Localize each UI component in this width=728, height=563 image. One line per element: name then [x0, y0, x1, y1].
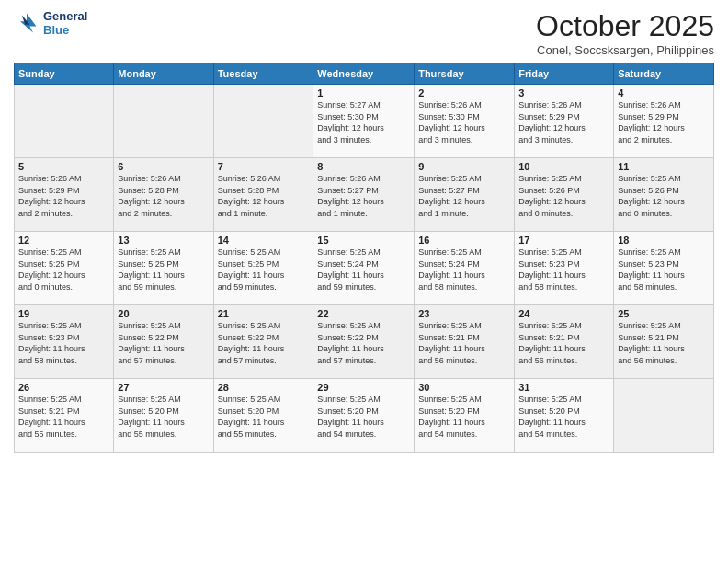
- day-number: 14: [218, 235, 310, 246]
- day-number: 6: [118, 161, 209, 172]
- table-cell: [213, 85, 313, 158]
- table-cell: 26Sunrise: 5:25 AM Sunset: 5:21 PM Dayli…: [15, 379, 114, 453]
- day-info: Sunrise: 5:26 AM Sunset: 5:28 PM Dayligh…: [218, 173, 310, 219]
- day-info: Sunrise: 5:25 AM Sunset: 5:26 PM Dayligh…: [618, 173, 710, 219]
- table-cell: 27Sunrise: 5:25 AM Sunset: 5:20 PM Dayli…: [114, 379, 213, 453]
- day-number: 9: [418, 161, 510, 172]
- day-info: Sunrise: 5:25 AM Sunset: 5:25 PM Dayligh…: [18, 247, 109, 293]
- location: Conel, Soccsksargen, Philippines: [536, 43, 714, 57]
- table-cell: 23Sunrise: 5:25 AM Sunset: 5:21 PM Dayli…: [415, 305, 515, 379]
- table-cell: 11Sunrise: 5:25 AM Sunset: 5:26 PM Dayli…: [614, 158, 714, 232]
- table-cell: 9Sunrise: 5:25 AM Sunset: 5:27 PM Daylig…: [415, 158, 515, 232]
- day-number: 16: [418, 235, 510, 246]
- table-cell: 7Sunrise: 5:26 AM Sunset: 5:28 PM Daylig…: [213, 158, 313, 232]
- table-cell: 24Sunrise: 5:25 AM Sunset: 5:21 PM Dayli…: [515, 305, 614, 379]
- day-number: 25: [618, 308, 710, 319]
- col-friday: Friday: [515, 63, 614, 85]
- header: General Blue October 2025 Conel, Soccsks…: [14, 9, 714, 57]
- table-cell: 20Sunrise: 5:25 AM Sunset: 5:22 PM Dayli…: [114, 305, 213, 379]
- day-number: 30: [418, 382, 510, 393]
- table-cell: 15Sunrise: 5:25 AM Sunset: 5:24 PM Dayli…: [313, 232, 415, 305]
- day-info: Sunrise: 5:26 AM Sunset: 5:30 PM Dayligh…: [418, 99, 510, 145]
- day-number: 23: [418, 308, 510, 319]
- month-title: October 2025: [536, 9, 714, 43]
- day-info: Sunrise: 5:25 AM Sunset: 5:21 PM Dayligh…: [418, 320, 510, 366]
- day-info: Sunrise: 5:25 AM Sunset: 5:22 PM Dayligh…: [218, 320, 310, 366]
- day-info: Sunrise: 5:25 AM Sunset: 5:23 PM Dayligh…: [18, 320, 109, 366]
- table-cell: 29Sunrise: 5:25 AM Sunset: 5:20 PM Dayli…: [313, 379, 415, 453]
- day-info: Sunrise: 5:26 AM Sunset: 5:29 PM Dayligh…: [18, 173, 109, 219]
- table-cell: 22Sunrise: 5:25 AM Sunset: 5:22 PM Dayli…: [313, 305, 415, 379]
- day-info: Sunrise: 5:25 AM Sunset: 5:20 PM Dayligh…: [218, 394, 310, 440]
- table-cell: 5Sunrise: 5:26 AM Sunset: 5:29 PM Daylig…: [15, 158, 114, 232]
- table-cell: 19Sunrise: 5:25 AM Sunset: 5:23 PM Dayli…: [15, 305, 114, 379]
- table-cell: 3Sunrise: 5:26 AM Sunset: 5:29 PM Daylig…: [515, 85, 614, 158]
- col-saturday: Saturday: [614, 63, 714, 85]
- day-info: Sunrise: 5:25 AM Sunset: 5:21 PM Dayligh…: [618, 320, 710, 366]
- table-cell: 6Sunrise: 5:26 AM Sunset: 5:28 PM Daylig…: [114, 158, 213, 232]
- table-cell: 28Sunrise: 5:25 AM Sunset: 5:20 PM Dayli…: [213, 379, 313, 453]
- table-cell: 17Sunrise: 5:25 AM Sunset: 5:23 PM Dayli…: [515, 232, 614, 305]
- col-thursday: Thursday: [415, 63, 515, 85]
- day-info: Sunrise: 5:25 AM Sunset: 5:20 PM Dayligh…: [317, 394, 410, 440]
- table-cell: 13Sunrise: 5:25 AM Sunset: 5:25 PM Dayli…: [114, 232, 213, 305]
- col-tuesday: Tuesday: [213, 63, 313, 85]
- table-cell: 16Sunrise: 5:25 AM Sunset: 5:24 PM Dayli…: [415, 232, 515, 305]
- table-cell: 25Sunrise: 5:25 AM Sunset: 5:21 PM Dayli…: [614, 305, 714, 379]
- day-info: Sunrise: 5:25 AM Sunset: 5:23 PM Dayligh…: [618, 247, 710, 293]
- title-block: October 2025 Conel, Soccsksargen, Philip…: [536, 9, 714, 57]
- day-number: 28: [218, 382, 310, 393]
- day-number: 1: [317, 87, 410, 98]
- day-number: 2: [418, 87, 510, 98]
- day-info: Sunrise: 5:25 AM Sunset: 5:24 PM Dayligh…: [317, 247, 410, 293]
- table-cell: 1Sunrise: 5:27 AM Sunset: 5:30 PM Daylig…: [313, 85, 415, 158]
- day-number: 5: [18, 161, 109, 172]
- day-number: 19: [18, 308, 109, 319]
- col-monday: Monday: [114, 63, 213, 85]
- day-number: 27: [118, 382, 209, 393]
- day-number: 8: [317, 161, 410, 172]
- day-info: Sunrise: 5:25 AM Sunset: 5:24 PM Dayligh…: [418, 247, 510, 293]
- day-number: 26: [18, 382, 109, 393]
- table-cell: 4Sunrise: 5:26 AM Sunset: 5:29 PM Daylig…: [614, 85, 714, 158]
- table-cell: 31Sunrise: 5:25 AM Sunset: 5:20 PM Dayli…: [515, 379, 614, 453]
- table-cell: 2Sunrise: 5:26 AM Sunset: 5:30 PM Daylig…: [415, 85, 515, 158]
- day-info: Sunrise: 5:25 AM Sunset: 5:27 PM Dayligh…: [418, 173, 510, 219]
- week-row-5: 26Sunrise: 5:25 AM Sunset: 5:21 PM Dayli…: [15, 379, 714, 453]
- col-sunday: Sunday: [15, 63, 114, 85]
- day-number: 7: [218, 161, 310, 172]
- day-info: Sunrise: 5:25 AM Sunset: 5:25 PM Dayligh…: [218, 247, 310, 293]
- day-info: Sunrise: 5:25 AM Sunset: 5:26 PM Dayligh…: [518, 173, 609, 219]
- table-cell: 14Sunrise: 5:25 AM Sunset: 5:25 PM Dayli…: [213, 232, 313, 305]
- table-cell: 10Sunrise: 5:25 AM Sunset: 5:26 PM Dayli…: [515, 158, 614, 232]
- logo-icon: [14, 10, 40, 36]
- day-info: Sunrise: 5:25 AM Sunset: 5:21 PM Dayligh…: [18, 394, 109, 440]
- day-number: 18: [618, 235, 710, 246]
- day-number: 31: [518, 382, 609, 393]
- day-info: Sunrise: 5:26 AM Sunset: 5:29 PM Dayligh…: [618, 99, 710, 145]
- day-info: Sunrise: 5:25 AM Sunset: 5:25 PM Dayligh…: [118, 247, 209, 293]
- day-info: Sunrise: 5:25 AM Sunset: 5:21 PM Dayligh…: [518, 320, 609, 366]
- day-number: 15: [317, 235, 410, 246]
- calendar-header-row: Sunday Monday Tuesday Wednesday Thursday…: [15, 63, 714, 85]
- day-number: 11: [618, 161, 710, 172]
- day-number: 24: [518, 308, 609, 319]
- day-number: 12: [18, 235, 109, 246]
- table-cell: 21Sunrise: 5:25 AM Sunset: 5:22 PM Dayli…: [213, 305, 313, 379]
- day-number: 20: [118, 308, 209, 319]
- table-cell: 12Sunrise: 5:25 AM Sunset: 5:25 PM Dayli…: [15, 232, 114, 305]
- table-cell: [614, 379, 714, 453]
- week-row-4: 19Sunrise: 5:25 AM Sunset: 5:23 PM Dayli…: [15, 305, 714, 379]
- logo: General Blue: [14, 9, 87, 37]
- table-cell: [15, 85, 114, 158]
- col-wednesday: Wednesday: [313, 63, 415, 85]
- logo-text: General Blue: [43, 9, 87, 37]
- table-cell: 18Sunrise: 5:25 AM Sunset: 5:23 PM Dayli…: [614, 232, 714, 305]
- day-number: 17: [518, 235, 609, 246]
- table-cell: [114, 85, 213, 158]
- page-container: General Blue October 2025 Conel, Soccsks…: [0, 0, 728, 457]
- day-info: Sunrise: 5:26 AM Sunset: 5:27 PM Dayligh…: [317, 173, 410, 219]
- week-row-1: 1Sunrise: 5:27 AM Sunset: 5:30 PM Daylig…: [15, 85, 714, 158]
- week-row-2: 5Sunrise: 5:26 AM Sunset: 5:29 PM Daylig…: [15, 158, 714, 232]
- day-number: 4: [618, 87, 710, 98]
